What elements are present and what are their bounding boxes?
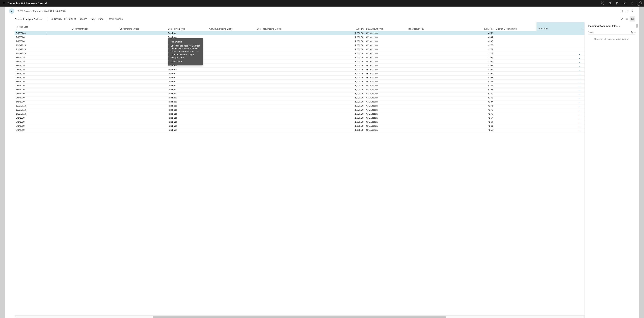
cell-gen-bus-group[interactable] [208,100,255,104]
info-pane-icon[interactable] [630,17,635,22]
cell-posting-date[interactable]: 3/1/2020 [14,92,70,96]
search-icon[interactable] [599,0,606,7]
cell-gen-prod-group[interactable] [255,100,312,104]
cell-bal-account-no[interactable] [407,88,461,92]
cell-department[interactable] [70,120,118,124]
cell-department[interactable] [70,116,118,120]
cell-bal-account-no[interactable] [407,120,461,124]
cell-amount[interactable]: 1,000.00 [312,128,365,132]
cell-gen-prod-group[interactable] [255,43,312,47]
cell-bal-account-no[interactable] [407,124,461,128]
cell-bal-account-no[interactable] [407,31,461,35]
cell-entry-no[interactable]: 4264 [461,120,494,124]
cell-bal-account-type[interactable]: G/L Account [365,88,407,92]
cell-ext-doc-no[interactable] [494,120,537,124]
table-row[interactable]: 3/1/2020Purchase1,000.00G/L Account4250 [14,31,584,35]
cell-gen-prod-group[interactable] [255,128,312,132]
cell-customer-group[interactable] [118,75,166,79]
cell-customer-group[interactable] [118,31,166,35]
cell-amount[interactable]: 1,000.00 [312,83,365,88]
cell-customer-group[interactable] [118,51,166,55]
cell-gen-posting-type[interactable]: Purchase [166,96,208,100]
cell-department[interactable] [70,55,118,59]
cell-ext-doc-no[interactable] [494,100,537,104]
cell-department[interactable] [70,92,118,96]
table-row[interactable]: 3/1/2019Purchase1,000.00G/L Account4247_ [14,79,584,83]
cell-gen-bus-group[interactable] [208,71,255,75]
cell-area-code[interactable]: _ [536,71,584,75]
app-launcher-icon[interactable] [1,1,7,6]
cell-bal-account-no[interactable] [407,51,461,55]
cell-customer-group[interactable] [118,116,166,120]
cell-amount[interactable]: 1,000.00 [312,55,365,59]
cell-bal-account-type[interactable]: G/L Account [365,96,407,100]
cell-bal-account-type[interactable]: G/L Account [365,104,407,108]
entry-command[interactable]: Entry [88,17,97,21]
cell-amount[interactable]: 1,000.00 [312,116,365,120]
cell-area-code[interactable] [536,43,584,47]
cell-department[interactable] [70,100,118,104]
cell-bal-account-type[interactable]: G/L Account [365,116,407,120]
cell-entry-no[interactable]: 4235 [461,88,494,92]
cell-entry-no[interactable]: 4256 [461,71,494,75]
cell-amount[interactable]: 1,000.00 [312,108,365,112]
cell-entry-no[interactable]: 4268 [461,55,494,59]
cell-ext-doc-no[interactable] [494,116,537,120]
cell-gen-bus-group[interactable] [208,96,255,100]
cell-ext-doc-no[interactable] [494,96,537,100]
cell-department[interactable] [70,83,118,88]
cell-area-code[interactable] [536,39,584,43]
col-department[interactable]: Department Code [70,22,118,31]
cell-bal-account-type[interactable]: G/L Account [365,120,407,124]
table-row[interactable]: 4/1/2019Purchase1,000.00G/L Account4253_ [14,75,584,79]
table-row[interactable]: 11/1/2019Purchase1,000.00G/L Account4274 [14,47,584,51]
cell-area-code[interactable]: _ [536,67,584,71]
list-view-icon[interactable] [624,17,630,22]
cell-posting-date[interactable]: 1/1/2019 [14,88,70,92]
col-bal-account-type[interactable]: Bal. Account Type [365,22,407,31]
view-name[interactable]: General Ledger Entries [14,18,42,21]
cell-bal-account-type[interactable]: G/L Account [365,79,407,83]
cell-bal-account-no[interactable] [407,55,461,59]
cell-department[interactable] [70,47,118,51]
cell-posting-date[interactable]: 7/1/2019 [14,63,70,67]
cell-posting-date[interactable]: 2/1/2020 [14,35,70,39]
cell-bal-account-type[interactable]: G/L Account [365,71,407,75]
cell-bal-account-type[interactable]: G/L Account [365,59,407,63]
cell-posting-date[interactable]: 10/1/2019 [14,112,70,116]
table-row[interactable]: 10/1/2019Purchase1,000.00G/L Account4271… [14,51,584,55]
posting-date-link[interactable]: 3/1/2020 [16,32,25,35]
cell-bal-account-type[interactable]: G/L Account [365,67,407,71]
cell-customer-group[interactable] [118,47,166,51]
cell-area-code[interactable] [536,47,584,51]
cell-entry-no[interactable]: 4253 [461,75,494,79]
cell-bal-account-type[interactable]: G/L Account [365,51,407,55]
cell-area-code[interactable]: _ [536,79,584,83]
cell-entry-no[interactable]: 4276 [461,104,494,108]
cell-bal-account-type[interactable]: G/L Account [365,63,407,67]
cell-gen-prod-group[interactable] [255,75,312,79]
cell-gen-posting-type[interactable]: Purchase [166,83,208,88]
table-row[interactable]: 10/1/2019Purchase1,000.00G/L Account4270… [14,112,584,116]
cell-gen-prod-group[interactable] [255,51,312,55]
table-row[interactable]: 2/1/2019Purchase1,000.00G/L Account4241_ [14,83,584,88]
cell-gen-bus-group[interactable] [208,112,255,116]
page-command[interactable]: Page [97,17,105,21]
cell-amount[interactable]: 1,000.00 [312,88,365,92]
col-gen-bus-group[interactable]: Gen. Bus. Posting Group [208,22,255,31]
cell-entry-no[interactable]: 4274 [461,47,494,51]
col-posting-date[interactable]: Posting Date↓ [14,22,70,31]
cell-area-code[interactable]: _ [536,59,584,63]
cell-customer-group[interactable] [118,96,166,100]
col-gen-posting-type[interactable]: Gen. Posting Type [166,22,208,31]
search-command[interactable]: Search [50,17,63,21]
cell-ext-doc-no[interactable] [494,75,537,79]
cell-department[interactable] [70,63,118,67]
cell-posting-date[interactable]: 11/1/2019 [14,108,70,112]
process-command[interactable]: Process [77,17,88,21]
cell-entry-no[interactable]: 4247 [461,79,494,83]
cell-area-code[interactable]: _ [536,75,584,79]
cell-ext-doc-no[interactable] [494,67,537,71]
table-row[interactable]: 5/1/2019Purchase1,000.00G/L Account4256_ [14,71,584,75]
cell-posting-date[interactable]: 7/1/2019 [14,124,70,128]
